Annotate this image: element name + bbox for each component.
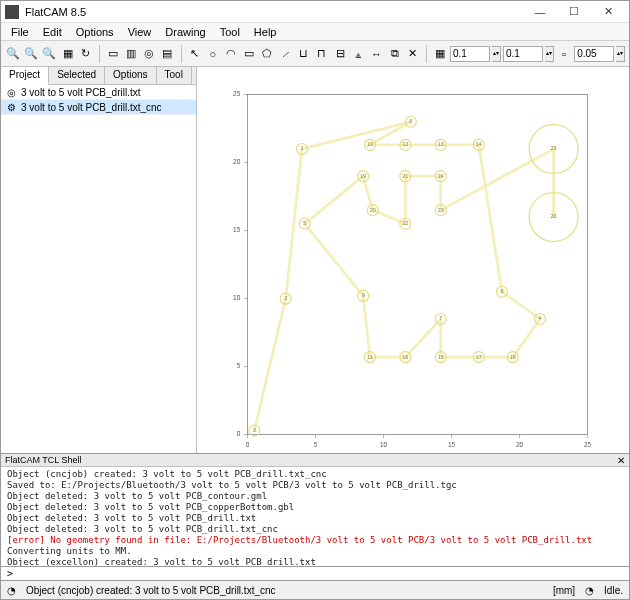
- svg-text:7: 7: [439, 315, 442, 321]
- shell-line: Object deleted: 3 volt to 5 volt PCB_cop…: [7, 502, 623, 513]
- svg-text:11: 11: [367, 354, 373, 360]
- svg-text:20: 20: [516, 441, 524, 448]
- svg-text:10: 10: [380, 441, 388, 448]
- polygon-icon[interactable]: ⬠: [259, 45, 275, 63]
- snap-icon[interactable]: ▫: [556, 45, 572, 63]
- circle-icon[interactable]: ○: [205, 45, 221, 63]
- file-icon: ◎: [5, 86, 17, 98]
- plot-canvas[interactable]: 0510152025051015202512345678910111213141…: [197, 67, 629, 453]
- left-panel: ProjectSelectedOptionsTool ◎3 volt to 5 …: [1, 67, 197, 453]
- grid-x-field[interactable]: [450, 46, 490, 62]
- shell-line: Object deleted: 3 volt to 5 volt PCB_dri…: [7, 524, 623, 535]
- intersection-icon[interactable]: ⊓: [314, 45, 330, 63]
- list-item[interactable]: ⚙3 volt to 5 volt PCB_drill.txt_cnc: [1, 100, 196, 115]
- separator: [181, 45, 182, 63]
- svg-text:5: 5: [303, 220, 306, 226]
- plot-area[interactable]: 0510152025051015202512345678910111213141…: [197, 67, 629, 453]
- snap-spin[interactable]: ▴▾: [616, 46, 625, 62]
- menu-file[interactable]: File: [5, 25, 35, 39]
- status-units: [mm]: [553, 585, 575, 596]
- svg-text:25: 25: [584, 441, 592, 448]
- zoom-in-icon[interactable]: 🔍: [5, 45, 21, 63]
- clear-plot-icon[interactable]: ▦: [60, 45, 76, 63]
- shell-line: Converting units to MM.: [7, 546, 623, 557]
- project-list: ◎3 volt to 5 volt PCB_drill.txt⚙3 volt t…: [1, 85, 196, 453]
- separator: [99, 45, 100, 63]
- shell-line: Object (excellon) created: 3 volt to 5 v…: [7, 557, 623, 567]
- svg-text:17: 17: [476, 354, 482, 360]
- grid-y-field[interactable]: [503, 46, 543, 62]
- menu-view[interactable]: View: [122, 25, 158, 39]
- open-excellon-icon[interactable]: ◎: [141, 45, 157, 63]
- menu-drawing[interactable]: Drawing: [159, 25, 211, 39]
- svg-text:3: 3: [253, 427, 256, 433]
- tab-project[interactable]: Project: [1, 67, 49, 85]
- panel-tabs: ProjectSelectedOptionsTool: [1, 67, 196, 85]
- menu-bar: FileEditOptionsViewDrawingToolHelp: [1, 23, 629, 41]
- zoom-fit-icon[interactable]: 🔍: [41, 45, 57, 63]
- shell-line: Object deleted: 3 volt to 5 volt PCB_dri…: [7, 513, 623, 524]
- svg-text:20: 20: [370, 207, 376, 213]
- tab-tool[interactable]: Tool: [157, 67, 192, 84]
- svg-text:0: 0: [246, 441, 250, 448]
- item-label: 3 volt to 5 volt PCB_drill.txt: [21, 87, 141, 98]
- menu-tool[interactable]: Tool: [214, 25, 246, 39]
- svg-text:12: 12: [402, 141, 408, 147]
- svg-text:25: 25: [551, 145, 557, 151]
- svg-text:18: 18: [510, 354, 516, 360]
- open-gcode-icon[interactable]: ▤: [159, 45, 175, 63]
- svg-text:13: 13: [438, 141, 444, 147]
- svg-text:5: 5: [314, 441, 318, 448]
- shell-output: Object (cncjob) created: 3 volt to 5 vol…: [1, 467, 629, 567]
- menu-edit[interactable]: Edit: [37, 25, 68, 39]
- tab-selected[interactable]: Selected: [49, 67, 105, 84]
- shell-close-icon[interactable]: ✕: [617, 455, 625, 466]
- replot-icon[interactable]: ↻: [78, 45, 94, 63]
- subtract-icon[interactable]: ⊟: [332, 45, 348, 63]
- svg-text:15: 15: [448, 441, 456, 448]
- delete-icon[interactable]: ✕: [405, 45, 421, 63]
- menu-help[interactable]: Help: [248, 25, 283, 39]
- svg-text:9: 9: [362, 292, 365, 298]
- menu-options[interactable]: Options: [70, 25, 120, 39]
- move-icon[interactable]: ↔: [368, 45, 384, 63]
- rectangle-icon[interactable]: ▭: [241, 45, 257, 63]
- zoom-out-icon[interactable]: 🔍: [23, 45, 39, 63]
- svg-text:21: 21: [402, 173, 408, 179]
- svg-text:5: 5: [237, 362, 241, 369]
- copy-icon[interactable]: ⧉: [387, 45, 403, 63]
- svg-text:4: 4: [538, 315, 541, 321]
- minimize-button[interactable]: —: [523, 2, 557, 22]
- svg-text:15: 15: [233, 226, 241, 233]
- svg-text:15: 15: [438, 354, 444, 360]
- shell-input[interactable]: >: [1, 567, 629, 581]
- svg-text:23: 23: [438, 207, 444, 213]
- snap-field[interactable]: [574, 46, 614, 62]
- status-idle: Idle.: [604, 585, 623, 596]
- toolbar: 🔍 🔍 🔍 ▦ ↻ ▭ ▥ ◎ ▤ ↖ ○ ◠ ▭ ⬠ ⟋ ⊔ ⊓ ⊟ ⟁ ↔ …: [1, 41, 629, 67]
- path-icon[interactable]: ⟋: [277, 45, 293, 63]
- content-area: ProjectSelectedOptionsTool ◎3 volt to 5 …: [1, 67, 629, 453]
- union-icon[interactable]: ⊔: [296, 45, 312, 63]
- select-icon[interactable]: ↖: [186, 45, 202, 63]
- svg-text:10: 10: [233, 294, 241, 301]
- window-title: FlatCAM 8.5: [25, 6, 523, 18]
- grid-x-spin[interactable]: ▴▾: [492, 46, 501, 62]
- status-message: Object (cncjob) created: 3 volt to 5 vol…: [26, 585, 276, 596]
- maximize-button[interactable]: ☐: [557, 2, 591, 22]
- arc-icon[interactable]: ◠: [223, 45, 239, 63]
- tab-options[interactable]: Options: [105, 67, 156, 84]
- svg-text:16: 16: [402, 354, 408, 360]
- status-bullet: ◔: [7, 585, 16, 596]
- item-label: 3 volt to 5 volt PCB_drill.txt_cnc: [21, 102, 162, 113]
- open-gerber-icon[interactable]: ▥: [123, 45, 139, 63]
- grid-icon[interactable]: ▦: [432, 45, 448, 63]
- new-geometry-icon[interactable]: ▭: [105, 45, 121, 63]
- cut-path-icon[interactable]: ⟁: [350, 45, 366, 63]
- app-icon: [5, 5, 19, 19]
- close-button[interactable]: ✕: [591, 2, 625, 22]
- list-item[interactable]: ◎3 volt to 5 volt PCB_drill.txt: [1, 85, 196, 100]
- svg-text:2: 2: [284, 295, 287, 301]
- svg-text:19: 19: [360, 173, 366, 179]
- grid-y-spin[interactable]: ▴▾: [545, 46, 554, 62]
